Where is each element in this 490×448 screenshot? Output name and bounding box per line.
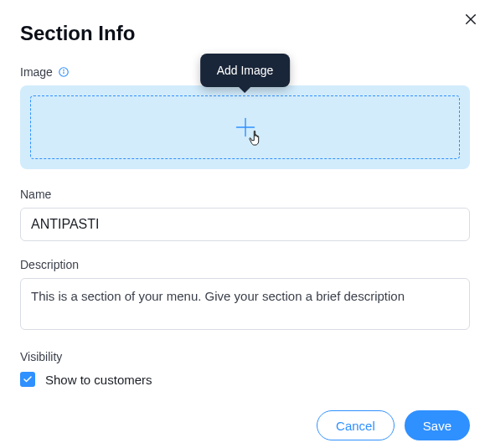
image-field: Image Add Image [20,65,470,169]
visibility-label: Visibility [20,350,470,363]
modal-footer: Cancel Save [20,410,470,440]
show-to-customers-checkbox[interactable] [20,372,35,387]
image-label: Image [20,65,53,79]
close-icon[interactable] [463,12,478,27]
page-title: Section Info [20,22,470,45]
image-upload-area: Add Image [20,85,470,169]
name-field: Name [20,188,470,241]
add-image-tooltip: Add Image [200,54,291,87]
name-label: Name [20,188,470,201]
info-icon[interactable] [58,66,70,78]
show-to-customers-label: Show to customers [45,373,152,387]
plus-icon [234,116,257,139]
cancel-button[interactable]: Cancel [317,410,395,440]
svg-point-4 [64,70,64,70]
description-textarea[interactable] [20,278,470,330]
description-label: Description [20,258,470,271]
add-image-dropzone[interactable]: Add Image [30,95,460,159]
description-field: Description [20,258,470,333]
visibility-field: Visibility Show to customers [20,350,470,387]
name-input[interactable] [20,208,470,241]
section-info-modal: Section Info Image Add Image [0,0,490,448]
save-button[interactable]: Save [405,410,470,440]
